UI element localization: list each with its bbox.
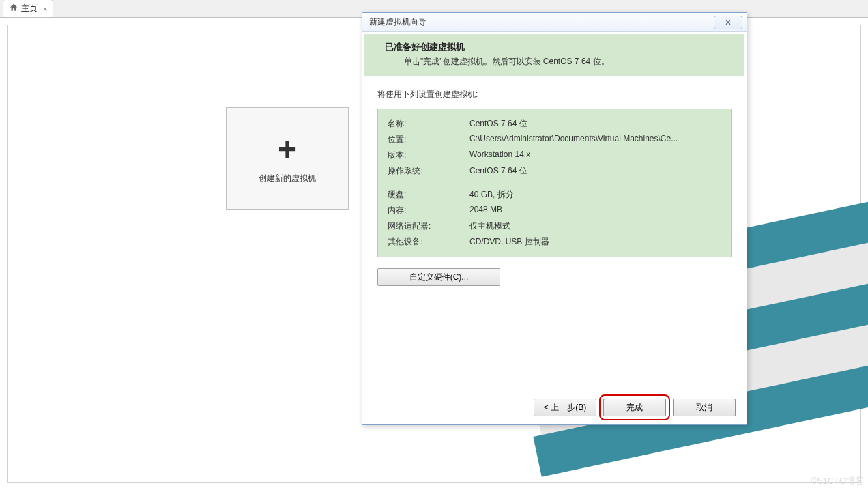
close-button[interactable]: ✕	[714, 16, 742, 29]
label-os: 操作系统:	[388, 165, 469, 177]
dialog-body: 将使用下列设置创建虚拟机: 名称: CentOS 7 64 位 位置: C:\U…	[362, 76, 747, 294]
tab-close-icon[interactable]: ×	[43, 5, 47, 13]
value-network: 仅主机模式	[469, 220, 721, 232]
close-icon: ✕	[725, 18, 732, 27]
row-network: 网络适配器: 仅主机模式	[388, 218, 721, 234]
label-network: 网络适配器:	[388, 220, 469, 232]
value-location: C:\Users\Administrator\Documents\Virtual…	[469, 134, 721, 145]
dialog-title: 新建虚拟机向导	[369, 16, 426, 28]
row-memory: 内存: 2048 MB	[388, 203, 721, 218]
back-button[interactable]: < 上一步(B)	[534, 399, 596, 416]
row-os: 操作系统: CentOS 7 64 位	[388, 163, 721, 179]
tab-label: 主页	[21, 3, 38, 14]
dialog-header-subtitle: 单击"完成"创建虚拟机。然后可以安装 CentOS 7 64 位。	[404, 56, 731, 68]
intro-text: 将使用下列设置创建虚拟机:	[377, 89, 732, 100]
label-memory: 内存:	[388, 205, 469, 216]
plus-icon: +	[278, 133, 297, 166]
dialog-footer: < 上一步(B) 完成 取消	[362, 390, 747, 424]
label-location: 位置:	[388, 134, 469, 145]
dialog-header-title: 已准备好创建虚拟机	[385, 41, 731, 53]
row-version: 版本: Workstation 14.x	[388, 147, 721, 163]
row-name: 名称: CentOS 7 64 位	[388, 116, 721, 132]
new-vm-wizard-dialog: 新建虚拟机向导 ✕ 已准备好创建虚拟机 单击"完成"创建虚拟机。然后可以安装 C…	[362, 12, 747, 425]
watermark: ©51CTO博客	[811, 475, 864, 487]
settings-summary: 名称: CentOS 7 64 位 位置: C:\Users\Administr…	[377, 109, 732, 257]
value-name: CentOS 7 64 位	[469, 118, 721, 130]
label-version: 版本:	[388, 149, 469, 161]
value-disk: 40 GB, 拆分	[469, 189, 721, 201]
home-icon	[9, 3, 18, 14]
row-location: 位置: C:\Users\Administrator\Documents\Vir…	[388, 132, 721, 147]
cancel-button[interactable]: 取消	[673, 399, 736, 416]
customize-hardware-button[interactable]: 自定义硬件(C)...	[377, 268, 500, 286]
value-memory: 2048 MB	[469, 205, 721, 216]
create-vm-label: 创建新的虚拟机	[259, 173, 316, 184]
create-vm-card[interactable]: + 创建新的虚拟机	[226, 107, 349, 210]
label-other: 其他设备:	[388, 236, 469, 248]
tab-home[interactable]: 主页 ×	[3, 0, 53, 17]
value-other: CD/DVD, USB 控制器	[469, 236, 721, 248]
dialog-titlebar[interactable]: 新建虚拟机向导 ✕	[362, 13, 747, 32]
row-other: 其他设备: CD/DVD, USB 控制器	[388, 234, 721, 250]
value-os: CentOS 7 64 位	[469, 165, 721, 177]
row-disk: 硬盘: 40 GB, 拆分	[388, 187, 721, 203]
label-disk: 硬盘:	[388, 189, 469, 201]
value-version: Workstation 14.x	[469, 149, 721, 161]
finish-button[interactable]: 完成	[603, 399, 666, 416]
label-name: 名称:	[388, 118, 469, 130]
dialog-header: 已准备好创建虚拟机 单击"完成"创建虚拟机。然后可以安装 CentOS 7 64…	[364, 34, 744, 76]
